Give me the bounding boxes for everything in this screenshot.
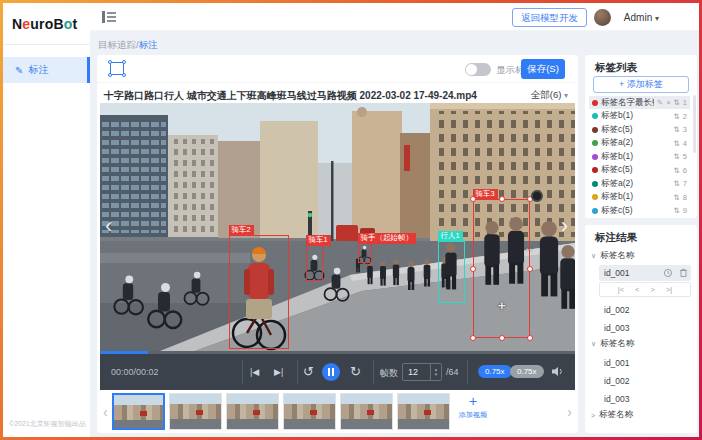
label-list-item[interactable]: 标签b(1) ⇅ 2 <box>589 110 690 123</box>
resize-handle[interactable] <box>470 266 476 272</box>
add-label-button[interactable]: + 添加标签 <box>593 76 689 93</box>
step-down-icon[interactable]: ▼ <box>434 372 438 377</box>
scrollbar-thumb[interactable] <box>693 95 696 153</box>
pager-first-button[interactable]: |< <box>618 285 624 294</box>
top-header: 返回模型开发 Admin ▾ <box>90 3 699 31</box>
sort-order: 3 <box>683 125 687 134</box>
strip-next-chevron[interactable]: › <box>567 404 572 420</box>
label-list-item[interactable]: 标签b(1) ⇅ 5 <box>589 150 690 163</box>
label-list-item[interactable]: 标签b(1) ⇅ 8 <box>589 191 690 204</box>
annotation-toolbar: 显示标注 保存(S) <box>97 55 578 82</box>
prev-frame-button[interactable]: |◀ <box>250 367 259 377</box>
next-video-chevron[interactable]: › <box>561 215 568 237</box>
label-color-dot <box>592 194 598 200</box>
close-icon[interactable]: × <box>666 98 670 107</box>
resize-handle[interactable] <box>527 266 533 272</box>
filmstrip-thumbnail[interactable] <box>112 393 165 430</box>
bbox-cyclist-1[interactable]: 骑车1 <box>306 245 323 281</box>
plus-icon: + <box>452 393 494 410</box>
video-canvas[interactable]: 骑车2 骑车1 骑手（起始帧） 行人1 骑车3 <box>100 103 575 351</box>
sort-icon[interactable]: ⇅ <box>674 98 680 107</box>
sort-order: 5 <box>683 152 687 161</box>
sidebar-item-annotation[interactable]: ✎ 标注 <box>3 57 90 83</box>
bbox-cyclist-3-selected[interactable]: 骑车3 + ↔ <box>473 199 530 338</box>
bbox-pedestrian-1[interactable]: 行人1 <box>438 241 465 303</box>
resize-handle[interactable] <box>470 196 476 202</box>
label-list-item[interactable]: 标签a(2) ⇅ 4 <box>589 137 690 150</box>
result-item-id: id_002 <box>604 376 630 386</box>
result-item[interactable]: id_003 <box>599 391 691 407</box>
sort-icon[interactable]: ⇅ <box>674 139 680 148</box>
pause-button[interactable] <box>322 363 340 381</box>
user-menu[interactable]: Admin ▾ <box>624 12 659 23</box>
result-item[interactable]: id_002 <box>599 302 691 318</box>
filmstrip-thumbnail[interactable] <box>169 393 222 430</box>
collapse-sidebar-icon[interactable] <box>102 11 116 23</box>
rewind-button[interactable]: ↺ <box>303 364 314 379</box>
pencil-icon: ✎ <box>15 65 23 76</box>
volume-icon[interactable] <box>552 366 564 377</box>
filmstrip-thumbnail[interactable] <box>283 393 336 430</box>
prev-video-chevron[interactable]: ‹ <box>105 215 112 237</box>
history-icon[interactable] <box>663 268 673 278</box>
result-item[interactable]: id_001 <box>599 355 691 371</box>
filmstrip-thumbnail[interactable] <box>397 393 450 430</box>
label-list-item[interactable]: 标签c(5) ⇅ 9 <box>589 204 690 217</box>
save-button[interactable]: 保存(S) <box>521 59 565 79</box>
sort-icon[interactable]: ⇅ <box>674 125 680 134</box>
label-list-item[interactable]: 标签a(2) ⇅ 7 <box>589 177 690 190</box>
result-group[interactable]: ∨ 标签名称 <box>591 338 691 350</box>
sort-icon[interactable]: ⇅ <box>674 152 680 161</box>
sort-icon[interactable]: ⇅ <box>674 166 680 175</box>
frame-number-input[interactable] <box>403 364 430 380</box>
resize-handle[interactable] <box>499 335 505 341</box>
box-action-handle[interactable] <box>531 190 543 202</box>
add-video-button[interactable]: + 添加视频 <box>452 393 494 430</box>
thumbnail-image <box>284 394 335 429</box>
sort-icon[interactable]: ⇅ <box>674 206 680 215</box>
filmstrip-thumbnail[interactable] <box>226 393 279 430</box>
result-group[interactable]: > 标签名称 <box>591 409 691 421</box>
bbox-cyclist-2[interactable]: 骑车2 <box>229 235 289 349</box>
filter-dropdown[interactable]: 全部(6) ▾ <box>531 89 568 102</box>
thumbnail-image <box>170 394 221 429</box>
speed-pill-active[interactable]: 0.75x <box>478 365 512 378</box>
edit-icon[interactable]: ✎ <box>657 98 663 107</box>
filmstrip-thumbnail[interactable] <box>340 393 393 430</box>
pager-last-button[interactable]: >| <box>666 285 672 294</box>
avatar[interactable] <box>594 9 611 26</box>
pager-next-button[interactable]: > <box>651 285 655 294</box>
strip-prev-chevron[interactable]: ‹ <box>103 404 108 420</box>
resize-handle[interactable] <box>470 335 476 341</box>
divider <box>297 360 298 384</box>
sort-icon[interactable]: ⇅ <box>674 193 680 202</box>
bounding-box-tool-icon[interactable] <box>110 62 124 75</box>
filmstrip: ‹ + 添加视频 › <box>100 390 575 433</box>
sort-icon[interactable]: ⇅ <box>674 112 680 121</box>
label-name: 标签名字最长数... <box>601 97 654 109</box>
back-to-model-dev-button[interactable]: 返回模型开发 <box>512 8 587 27</box>
label-list-item[interactable]: 标签c(5) ⇅ 6 <box>589 164 690 177</box>
thumbnail-image <box>341 394 392 429</box>
next-frame-button[interactable]: ▶| <box>274 367 283 377</box>
show-annotation-toggle[interactable] <box>465 63 491 76</box>
forward-button[interactable]: ↻ <box>350 364 361 379</box>
resize-handle[interactable] <box>527 335 533 341</box>
result-item[interactable]: id_003 <box>599 320 691 336</box>
frame-stepper[interactable]: ▲ ▼ <box>430 364 441 380</box>
sort-order: 9 <box>683 206 687 215</box>
result-item[interactable]: id_002 <box>599 373 691 389</box>
breadcrumb-parent[interactable]: 目标追踪 <box>98 39 136 50</box>
speed-pill-inactive[interactable]: 0.75x <box>510 365 544 378</box>
trash-icon[interactable] <box>679 268 688 278</box>
result-item-id: id_001 <box>604 358 630 368</box>
add-video-label: 添加视频 <box>452 410 494 420</box>
bbox-rider-start-frame[interactable]: 骑手（起始帧） <box>358 243 372 263</box>
label-list-item[interactable]: 标签c(5) ⇅ 3 <box>589 123 690 136</box>
result-item[interactable]: id_001 <box>599 265 691 281</box>
resize-handle[interactable] <box>499 196 505 202</box>
label-list-item[interactable]: 标签名字最长数... ✎ × ⇅ 1 <box>589 96 690 109</box>
pager-prev-button[interactable]: < <box>635 285 639 294</box>
sort-icon[interactable]: ⇅ <box>674 179 680 188</box>
result-group[interactable]: ∨ 标签名称 <box>591 250 691 262</box>
